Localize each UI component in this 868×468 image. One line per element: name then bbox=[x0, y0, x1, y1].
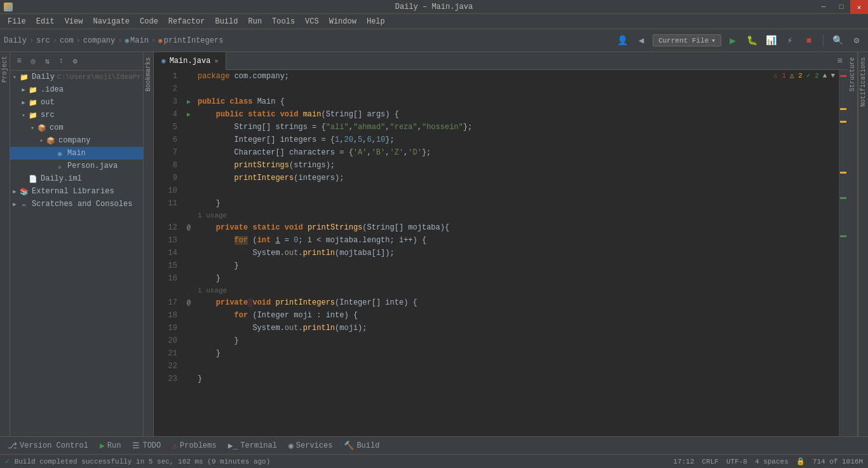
usage-label-2: 1 usage bbox=[195, 285, 839, 296]
expand-indicator[interactable]: ▼ bbox=[831, 72, 835, 79]
menu-code[interactable]: Code bbox=[135, 14, 163, 29]
services-label: Services bbox=[296, 441, 333, 450]
tree-item-daily-iml[interactable]: 📄 Daily.iml bbox=[10, 172, 143, 185]
code-content[interactable]: package com.company; public class Main {… bbox=[195, 70, 839, 436]
tab-main-java[interactable]: ◉ Main.java ✕ bbox=[154, 52, 226, 70]
notifications-label: Notifications bbox=[858, 52, 868, 112]
close-button[interactable]: ✕ bbox=[850, 0, 868, 14]
run-btn[interactable]: ▶ Run bbox=[95, 438, 126, 453]
editor-area: ◉ Main.java ✕ ≡ 1 2 3 4 5 6 7 8 9 10 bbox=[154, 52, 848, 436]
sidebar-sort-btn[interactable]: ↕ bbox=[55, 55, 67, 67]
settings-button[interactable]: ⚙ bbox=[849, 33, 864, 48]
menu-navigate[interactable]: Navigate bbox=[88, 14, 135, 29]
code-line-20: } bbox=[195, 334, 839, 347]
menu-vcs[interactable]: VCS bbox=[300, 14, 324, 29]
problems-btn[interactable]: ⚠ Problems bbox=[167, 438, 221, 453]
menu-build[interactable]: Build bbox=[210, 14, 243, 29]
tab-close-btn[interactable]: ✕ bbox=[214, 57, 218, 65]
menu-edit[interactable]: Edit bbox=[31, 14, 60, 29]
services-btn[interactable]: ◉ Services bbox=[283, 438, 337, 453]
code-line-19: System.out.println(moji); bbox=[195, 322, 839, 334]
lock-icon: 🔒 bbox=[796, 457, 805, 465]
menu-tools[interactable]: Tools bbox=[267, 14, 300, 29]
warning-indicator-3 bbox=[840, 172, 846, 174]
breadcrumb-printintegers[interactable]: ◉ printIntegers bbox=[158, 36, 223, 45]
tree-label-com: com bbox=[50, 123, 64, 132]
sidebar-locate-btn[interactable]: ◎ bbox=[27, 55, 39, 67]
encoding[interactable]: UTF-8 bbox=[726, 458, 747, 465]
version-control-label: Version Control bbox=[20, 441, 88, 450]
main-file-icon: ◉ bbox=[55, 148, 65, 158]
collapse-indicator[interactable]: ▲ bbox=[823, 72, 827, 79]
project-panel-label[interactable]: Project bbox=[0, 52, 10, 436]
build-label: Build bbox=[356, 441, 379, 450]
minimize-button[interactable]: ─ bbox=[815, 0, 832, 14]
breadcrumb-com[interactable]: com bbox=[60, 36, 74, 45]
tree-label-out: out bbox=[41, 98, 55, 107]
todo-icon: ☰ bbox=[132, 441, 140, 451]
ok-indicator-2 bbox=[840, 235, 846, 237]
tree-item-company[interactable]: ▾ 📦 company bbox=[10, 134, 143, 147]
tree-item-person[interactable]: ☕ Person.java bbox=[10, 160, 143, 172]
problems-label: Problems bbox=[180, 441, 217, 450]
tabs-menu-btn[interactable]: ≡ bbox=[835, 56, 845, 66]
tree-item-main[interactable]: ◉ Main bbox=[10, 147, 143, 160]
maximize-button[interactable]: □ bbox=[832, 0, 850, 14]
version-control-btn[interactable]: ⎇ Version Control bbox=[3, 438, 93, 453]
menu-window[interactable]: Window bbox=[324, 14, 362, 29]
person-file-icon: ☕ bbox=[55, 161, 65, 171]
breadcrumb-src[interactable]: src bbox=[36, 36, 50, 45]
sidebar-collapse-btn[interactable]: ≡ bbox=[13, 55, 25, 67]
bookmarks-sidebar[interactable]: Bookmarks bbox=[144, 52, 154, 436]
cursor-position[interactable]: 17:12 bbox=[674, 458, 695, 465]
tree-item-src[interactable]: ▾ 📁 src bbox=[10, 109, 143, 121]
tree-label-person: Person.java bbox=[67, 162, 118, 170]
status-message: Build completed successfully in 5 sec, 1… bbox=[15, 458, 271, 465]
scrollbar-area[interactable] bbox=[839, 70, 848, 436]
build-btn[interactable]: 🔨 Build bbox=[339, 438, 384, 453]
stop-button[interactable]: ■ bbox=[801, 33, 817, 48]
tree-item-ext-libs[interactable]: ▶ 📚 External Libraries bbox=[10, 185, 143, 198]
tree-item-out[interactable]: ▶ 📁 out bbox=[10, 96, 143, 109]
main-icon: ◉ bbox=[125, 36, 129, 45]
notifications-panel[interactable]: Notifications bbox=[858, 52, 868, 436]
menu-file[interactable]: File bbox=[3, 14, 31, 29]
tree-item-com[interactable]: ▾ 📦 com bbox=[10, 121, 143, 134]
menu-view[interactable]: View bbox=[60, 14, 88, 29]
menu-run[interactable]: Run bbox=[243, 14, 267, 29]
indent-setting[interactable]: 4 spaces bbox=[755, 458, 789, 465]
search-button[interactable]: 🔍 bbox=[830, 33, 845, 48]
breadcrumb-main[interactable]: ◉ Main bbox=[125, 36, 148, 45]
back-button[interactable]: ◀ bbox=[634, 33, 649, 48]
status-bar: ✓ Build completed successfully in 5 sec,… bbox=[0, 454, 868, 468]
menu-refactor[interactable]: Refactor bbox=[163, 14, 210, 29]
debug-button[interactable]: 🐛 bbox=[744, 33, 759, 48]
gutter: ▶ ▶ @ @ bbox=[182, 70, 195, 436]
menu-bar: File Edit View Navigate Code Refactor Bu… bbox=[0, 14, 868, 29]
menu-help[interactable]: Help bbox=[362, 14, 390, 29]
tree-item-daily-root[interactable]: ▾ 📁 Daily C:\Users\moji\IdeaPr bbox=[10, 71, 143, 83]
tree-label-daily: Daily bbox=[32, 72, 55, 81]
run-button[interactable]: ▶ bbox=[725, 33, 740, 48]
line-ending[interactable]: CRLF bbox=[702, 458, 719, 465]
sidebar-scroll-btn[interactable]: ⇅ bbox=[41, 55, 53, 67]
run-config-dropdown[interactable]: Current File ▾ bbox=[653, 34, 721, 46]
profile-run-button[interactable]: ⚡ bbox=[782, 33, 797, 48]
code-line-5: String[] strings = {"ali","ahmad","reza"… bbox=[195, 121, 839, 134]
code-line-13: for (int i = 0; i < mojtaba.length; i++)… bbox=[195, 234, 839, 247]
breadcrumb-company[interactable]: company bbox=[83, 36, 115, 45]
line-numbers: 1 2 3 4 5 6 7 8 9 10 11 ​ 12 13 14 15 16… bbox=[154, 70, 182, 436]
todo-btn[interactable]: ☰ TODO bbox=[127, 438, 166, 453]
ext-libs-icon: 📚 bbox=[19, 186, 29, 196]
profile-button[interactable]: 👤 bbox=[614, 33, 630, 48]
tree-item-scratches[interactable]: ▶ ✏ Scratches and Consoles bbox=[10, 198, 143, 210]
tree-item-idea[interactable]: ▶ 📁 .idea bbox=[10, 83, 143, 96]
terminal-btn[interactable]: ▶_ Terminal bbox=[223, 438, 282, 453]
coverage-button[interactable]: 📊 bbox=[763, 33, 778, 48]
ok-count: ✓ 2 bbox=[806, 71, 819, 79]
tab-label: Main.java bbox=[170, 57, 211, 65]
sidebar-settings-btn[interactable]: ⚙ bbox=[69, 55, 81, 67]
tree-path: C:\Users\moji\IdeaPr bbox=[57, 73, 141, 81]
breadcrumb-daily[interactable]: Daily bbox=[4, 36, 27, 45]
structure-sidebar[interactable]: Structure bbox=[848, 52, 858, 436]
